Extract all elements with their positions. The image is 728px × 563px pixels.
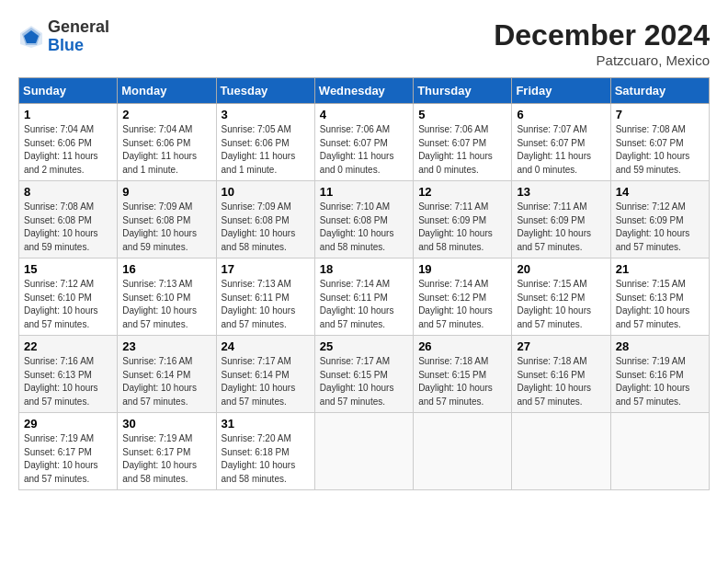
day-info: Sunrise: 7:14 AMSunset: 6:11 PMDaylight:… bbox=[320, 279, 394, 329]
day-number: 3 bbox=[222, 108, 310, 121]
month-title: December 2024 bbox=[494, 18, 710, 52]
day-info: Sunrise: 7:06 AMSunset: 6:07 PMDaylight:… bbox=[320, 124, 394, 175]
location-text: Patzcuaro, Mexico bbox=[494, 52, 710, 68]
day-number: 13 bbox=[517, 185, 605, 199]
day-number: 9 bbox=[122, 185, 210, 199]
day-info: Sunrise: 7:19 AMSunset: 6:16 PMDaylight:… bbox=[616, 356, 690, 407]
day-number: 17 bbox=[222, 262, 310, 276]
day-info: Sunrise: 7:20 AMSunset: 6:18 PMDaylight:… bbox=[222, 433, 296, 484]
day-number: 28 bbox=[616, 339, 704, 353]
day-number: 29 bbox=[24, 417, 112, 431]
calendar-cell: 7 Sunrise: 7:08 AMSunset: 6:07 PMDayligh… bbox=[610, 104, 709, 181]
day-number: 19 bbox=[418, 262, 506, 276]
calendar-cell: 17 Sunrise: 7:13 AMSunset: 6:11 PMDaylig… bbox=[216, 259, 314, 336]
day-number: 26 bbox=[418, 339, 506, 353]
day-number: 5 bbox=[418, 108, 506, 121]
day-number: 11 bbox=[320, 185, 408, 199]
weekday-header-saturday: Saturday bbox=[610, 78, 709, 104]
calendar-week-row: 8 Sunrise: 7:08 AMSunset: 6:08 PMDayligh… bbox=[19, 181, 710, 259]
calendar-cell: 29 Sunrise: 7:19 AMSunset: 6:17 PMDaylig… bbox=[19, 413, 118, 490]
calendar-cell: 1 Sunrise: 7:04 AMSunset: 6:06 PMDayligh… bbox=[19, 104, 118, 181]
calendar-cell: 8 Sunrise: 7:08 AMSunset: 6:08 PMDayligh… bbox=[19, 181, 118, 259]
calendar-cell: 19 Sunrise: 7:14 AMSunset: 6:12 PMDaylig… bbox=[414, 259, 512, 336]
logo-icon bbox=[18, 24, 44, 50]
logo: General Blue bbox=[18, 18, 109, 55]
day-info: Sunrise: 7:11 AMSunset: 6:09 PMDaylight:… bbox=[418, 201, 493, 252]
logo-general-text: General bbox=[48, 18, 109, 37]
day-info: Sunrise: 7:19 AMSunset: 6:17 PMDaylight:… bbox=[122, 433, 197, 484]
day-info: Sunrise: 7:13 AMSunset: 6:10 PMDaylight:… bbox=[122, 279, 197, 329]
calendar-cell: 10 Sunrise: 7:09 AMSunset: 6:08 PMDaylig… bbox=[216, 181, 314, 259]
day-info: Sunrise: 7:04 AMSunset: 6:06 PMDaylight:… bbox=[122, 124, 197, 175]
weekday-header-wednesday: Wednesday bbox=[314, 78, 413, 104]
day-info: Sunrise: 7:07 AMSunset: 6:07 PMDaylight:… bbox=[517, 124, 591, 175]
day-number: 4 bbox=[320, 108, 408, 121]
calendar-week-row: 29 Sunrise: 7:19 AMSunset: 6:17 PMDaylig… bbox=[19, 413, 710, 490]
calendar-cell: 31 Sunrise: 7:20 AMSunset: 6:18 PMDaylig… bbox=[216, 413, 314, 490]
day-number: 14 bbox=[616, 185, 704, 199]
day-number: 24 bbox=[222, 339, 310, 353]
calendar-week-row: 1 Sunrise: 7:04 AMSunset: 6:06 PMDayligh… bbox=[19, 104, 710, 181]
day-number: 18 bbox=[320, 262, 408, 276]
day-info: Sunrise: 7:16 AMSunset: 6:13 PMDaylight:… bbox=[24, 356, 98, 407]
weekday-header-monday: Monday bbox=[118, 78, 216, 104]
calendar-cell: 23 Sunrise: 7:16 AMSunset: 6:14 PMDaylig… bbox=[118, 336, 216, 413]
calendar-cell: 24 Sunrise: 7:17 AMSunset: 6:14 PMDaylig… bbox=[216, 336, 314, 413]
day-info: Sunrise: 7:06 AMSunset: 6:07 PMDaylight:… bbox=[418, 124, 493, 175]
day-info: Sunrise: 7:19 AMSunset: 6:17 PMDaylight:… bbox=[24, 433, 98, 484]
calendar-cell: 16 Sunrise: 7:13 AMSunset: 6:10 PMDaylig… bbox=[118, 259, 216, 336]
calendar-cell: 18 Sunrise: 7:14 AMSunset: 6:11 PMDaylig… bbox=[314, 259, 413, 336]
day-info: Sunrise: 7:18 AMSunset: 6:16 PMDaylight:… bbox=[517, 356, 591, 407]
calendar-cell: 4 Sunrise: 7:06 AMSunset: 6:07 PMDayligh… bbox=[314, 104, 413, 181]
day-info: Sunrise: 7:09 AMSunset: 6:08 PMDaylight:… bbox=[122, 201, 197, 252]
day-number: 1 bbox=[24, 108, 112, 121]
calendar-cell: 3 Sunrise: 7:05 AMSunset: 6:06 PMDayligh… bbox=[216, 104, 314, 181]
calendar-cell: 25 Sunrise: 7:17 AMSunset: 6:15 PMDaylig… bbox=[314, 336, 413, 413]
logo-text: General Blue bbox=[48, 18, 109, 55]
calendar-cell: 30 Sunrise: 7:19 AMSunset: 6:17 PMDaylig… bbox=[118, 413, 216, 490]
calendar-week-row: 22 Sunrise: 7:16 AMSunset: 6:13 PMDaylig… bbox=[19, 336, 710, 413]
day-info: Sunrise: 7:13 AMSunset: 6:11 PMDaylight:… bbox=[222, 279, 296, 329]
calendar-cell bbox=[414, 413, 512, 490]
calendar-cell: 12 Sunrise: 7:11 AMSunset: 6:09 PMDaylig… bbox=[414, 181, 512, 259]
calendar-body: 1 Sunrise: 7:04 AMSunset: 6:06 PMDayligh… bbox=[19, 104, 710, 490]
title-block: December 2024 Patzcuaro, Mexico bbox=[494, 18, 710, 68]
day-info: Sunrise: 7:12 AMSunset: 6:09 PMDaylight:… bbox=[616, 201, 690, 252]
day-number: 31 bbox=[222, 417, 310, 431]
day-info: Sunrise: 7:15 AMSunset: 6:13 PMDaylight:… bbox=[616, 279, 690, 329]
day-info: Sunrise: 7:08 AMSunset: 6:08 PMDaylight:… bbox=[24, 201, 98, 252]
calendar-cell: 13 Sunrise: 7:11 AMSunset: 6:09 PMDaylig… bbox=[512, 181, 610, 259]
day-info: Sunrise: 7:17 AMSunset: 6:14 PMDaylight:… bbox=[222, 356, 296, 407]
day-info: Sunrise: 7:17 AMSunset: 6:15 PMDaylight:… bbox=[320, 356, 394, 407]
day-number: 2 bbox=[122, 108, 210, 121]
day-number: 25 bbox=[320, 339, 408, 353]
day-info: Sunrise: 7:05 AMSunset: 6:06 PMDaylight:… bbox=[222, 124, 296, 175]
day-number: 27 bbox=[517, 339, 605, 353]
calendar-cell: 6 Sunrise: 7:07 AMSunset: 6:07 PMDayligh… bbox=[512, 104, 610, 181]
day-number: 23 bbox=[122, 339, 210, 353]
day-number: 12 bbox=[418, 185, 506, 199]
weekday-header-friday: Friday bbox=[512, 78, 610, 104]
logo-blue-text: Blue bbox=[48, 37, 109, 55]
calendar-cell: 11 Sunrise: 7:10 AMSunset: 6:08 PMDaylig… bbox=[314, 181, 413, 259]
calendar-cell: 27 Sunrise: 7:18 AMSunset: 6:16 PMDaylig… bbox=[512, 336, 610, 413]
day-info: Sunrise: 7:12 AMSunset: 6:10 PMDaylight:… bbox=[24, 279, 98, 329]
day-info: Sunrise: 7:08 AMSunset: 6:07 PMDaylight:… bbox=[616, 124, 690, 175]
weekday-header-sunday: Sunday bbox=[19, 78, 118, 104]
day-number: 15 bbox=[24, 262, 112, 276]
day-number: 16 bbox=[122, 262, 210, 276]
day-info: Sunrise: 7:11 AMSunset: 6:09 PMDaylight:… bbox=[517, 201, 591, 252]
calendar-cell: 20 Sunrise: 7:15 AMSunset: 6:12 PMDaylig… bbox=[512, 259, 610, 336]
day-number: 20 bbox=[517, 262, 605, 276]
day-number: 21 bbox=[616, 262, 704, 276]
day-info: Sunrise: 7:14 AMSunset: 6:12 PMDaylight:… bbox=[418, 279, 493, 329]
day-info: Sunrise: 7:10 AMSunset: 6:08 PMDaylight:… bbox=[320, 201, 394, 252]
weekday-header-tuesday: Tuesday bbox=[216, 78, 314, 104]
day-number: 7 bbox=[616, 108, 704, 121]
page-header: General Blue December 2024 Patzcuaro, Me… bbox=[18, 18, 710, 68]
calendar-header: SundayMondayTuesdayWednesdayThursdayFrid… bbox=[19, 78, 710, 104]
day-number: 22 bbox=[24, 339, 112, 353]
day-number: 8 bbox=[24, 185, 112, 199]
day-info: Sunrise: 7:16 AMSunset: 6:14 PMDaylight:… bbox=[122, 356, 197, 407]
day-number: 30 bbox=[122, 417, 210, 431]
